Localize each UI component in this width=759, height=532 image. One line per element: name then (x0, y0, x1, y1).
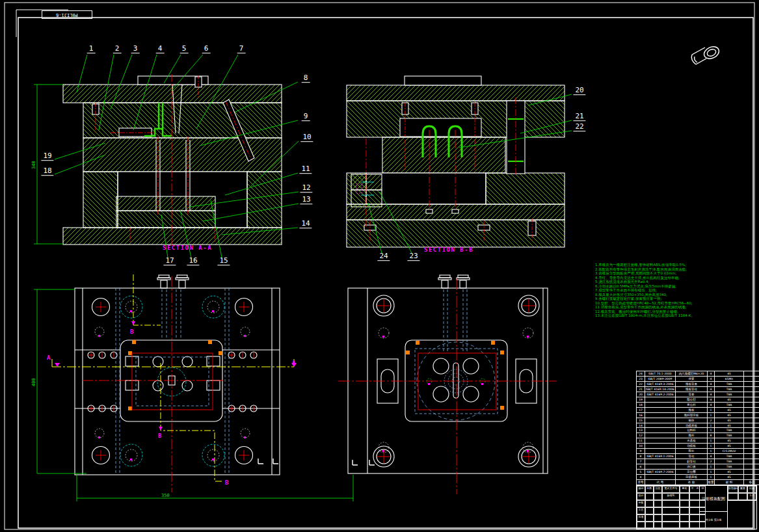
title-block-cell (654, 493, 662, 500)
title-block-cell: 处数 (645, 486, 654, 493)
weight-label: 重量 (738, 486, 747, 493)
parts-row: 5GB/T 4169.7-2006定位圈145 (637, 470, 759, 475)
weight-value (738, 493, 747, 500)
callout-19: 19 (41, 152, 53, 161)
callout-22: 22 (573, 123, 585, 131)
parts-row: 6浇口套1T8A (637, 464, 759, 470)
dim-section-left: 340 (31, 161, 36, 169)
callout-17: 17 (163, 257, 176, 265)
parts-row: 19限位钉445 (637, 397, 759, 402)
callout-5: 5 (180, 45, 189, 53)
cut-letter-b-top: B (130, 328, 133, 335)
title-block-cell: 批准 (637, 514, 645, 522)
part-isometric-icon (691, 44, 721, 64)
drawing-number-cell (728, 500, 756, 529)
parts-row: 21GB/T 4169.14-2006推板导柱4T8A (637, 386, 759, 392)
plan-left-view (75, 275, 280, 475)
cut-letter-a-right: A (292, 360, 295, 366)
parts-row: 14动模座板145 (637, 423, 759, 428)
callout-18: 18 (41, 167, 53, 176)
callout-23: 23 (407, 252, 419, 261)
title-block-cell (654, 500, 662, 507)
parts-row: 13拉料杆1T8A (637, 428, 759, 433)
drawing-sheet: P0LIJ1-6 SECTION A-A SECTION B-B A A B B… (0, 0, 759, 532)
parts-header-row: 序号代 号名 称数量材 料备注 (637, 480, 759, 485)
parts-table: 24GB/T 70.1-2000内六角螺钉M6×2044523GB/T 2089… (636, 371, 759, 485)
callout-10: 10 (300, 133, 313, 142)
plan-left-hidden (95, 288, 250, 475)
title-block-cell (680, 507, 689, 514)
sheet-code: P0LIJ1-6 (42, 10, 92, 19)
callout-1: 1 (87, 45, 96, 53)
scale-label: 比例 (747, 486, 756, 493)
title-block: 标记处数分区更改文件号签名年、月、日设计标准化审核工艺批准 注射模装配图 共1张… (636, 485, 757, 529)
title-block-cell (662, 500, 680, 507)
title-block-cell (654, 522, 662, 529)
parts-row: 23GB/T 2089-2009弹簧465Mn (637, 376, 759, 381)
cut-letter-b-bottom: B (225, 479, 228, 486)
callout-6: 6 (202, 45, 211, 53)
callout-9: 9 (302, 113, 310, 121)
note-line: 13.未注公差按GB/T 1804-m,未注形位公差按GB/T 1184-K。 (595, 313, 693, 318)
section-bb-label: SECTION B-B (424, 246, 473, 253)
callout-24: 24 (377, 252, 390, 261)
plan-left-cutting-lines (52, 274, 294, 481)
callout-3: 3 (131, 45, 140, 53)
callout-2: 2 (113, 45, 122, 53)
parts-row: 7斜导柱2T8A (637, 459, 759, 464)
drawing-title: 注射模装配图 (700, 486, 727, 512)
title-block-cell: 标记 (637, 486, 645, 493)
parts-row: 16推杆固定板145 (637, 412, 759, 418)
plan-right-view (348, 275, 548, 473)
title-block-cell: 审核 (637, 500, 645, 507)
parts-row: 12推杆8T8A (637, 433, 759, 438)
callout-15: 15 (217, 257, 230, 265)
parts-row: 11支承板145 (637, 438, 759, 444)
sheet-count: 共1张 第1张 (700, 512, 727, 529)
stage-label: 阶段标记 (728, 486, 738, 493)
parts-list: 24GB/T 70.1-2000内六角螺钉M6×2044523GB/T 2089… (636, 371, 756, 485)
title-block-cell (680, 514, 689, 522)
parts-row: 18复位杆4T8A (637, 402, 759, 407)
parts-row: 15垫块245 (637, 418, 759, 423)
dim-plan-left: 400 (31, 378, 36, 386)
stage-value (728, 493, 738, 500)
parts-row: 8GB/T 4169.1-2006导柱4T8A (637, 454, 759, 459)
section-aa-label: SECTION A-A (163, 245, 212, 251)
title-block-cell (645, 522, 654, 529)
title-block-cell (645, 500, 654, 507)
section-aa-view (63, 76, 282, 245)
cut-letter-a-left: A (47, 354, 50, 361)
callout-12: 12 (300, 184, 312, 193)
parts-row: 17推板145 (637, 407, 759, 412)
plan-left-cut-arrows (55, 321, 297, 431)
note-line: 1.本模具为一模两腔注射模,塑件材料ABS,收缩率取0.5%; (595, 263, 693, 267)
technical-notes: 1.本模具为一模两腔注射模,塑件材料ABS,收缩率取0.5%;2.装配前所有零件… (595, 263, 693, 318)
title-block-cell: 分区 (654, 486, 662, 493)
callout-8: 8 (302, 74, 310, 83)
title-block-cell (662, 522, 680, 529)
dim-plan-bottom: 350 (161, 493, 170, 498)
cut-letter-b-mid: B (158, 432, 161, 439)
title-block-cell (680, 500, 689, 507)
callout-11: 11 (299, 165, 312, 174)
title-block-cell (654, 514, 662, 522)
callout-7: 7 (237, 45, 246, 53)
note-line: 11.试模合格后,成型零件工作面涂防锈油,外表面涂防锈漆; (595, 305, 693, 310)
title-block-cell (680, 493, 689, 500)
title-block-cell: 标准化 (662, 493, 680, 500)
parts-row: 10动模板145 (637, 444, 759, 449)
title-block-cell (654, 507, 662, 514)
title-block-cell (680, 522, 689, 529)
callout-13: 13 (300, 196, 312, 204)
parts-row: 4定模座板145 (637, 475, 759, 480)
title-block-cell: 设计 (637, 493, 645, 500)
title-block-cell (662, 514, 680, 522)
title-block-change-grid: 标记处数分区更改文件号签名年、月、日设计标准化审核工艺批准 (637, 486, 699, 529)
title-block-cell: 更改文件号 (662, 486, 680, 493)
callout-4: 4 (156, 45, 165, 53)
parts-row: 22GB/T 4169.3-2006推板导套4T8A (637, 381, 759, 386)
title-block-cell (637, 522, 645, 529)
parts-row: 9型芯1Cr12MoV (637, 449, 759, 454)
parts-row: 24GB/T 70.1-2000内六角螺钉M6×20445 (637, 371, 759, 377)
